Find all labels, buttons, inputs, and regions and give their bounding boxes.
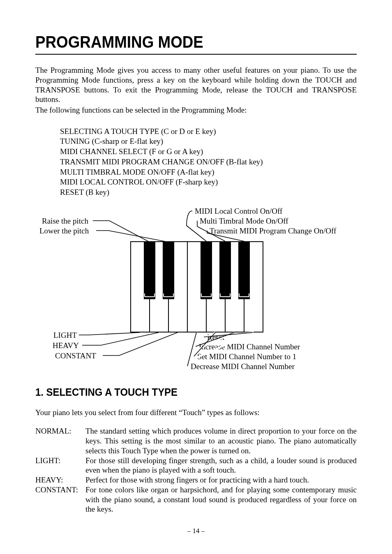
section-1-heading: 1. SELECTING A TOUCH TYPE (35, 386, 331, 399)
intro-paragraph: The Programming Mode gives you access to… (35, 65, 357, 104)
def-desc: The standard setting which produces volu… (85, 426, 357, 455)
def-row: CONSTANT: For tone colors like organ or … (35, 485, 357, 514)
functions-list: SELECTING A TOUCH TYPE (C or D or E key)… (60, 127, 357, 198)
function-item: TUNING (C-sharp or E-flat key) (60, 136, 357, 147)
keyboard-diagram: MIDI Local Control On/Off Multi Timbral … (35, 205, 357, 378)
page-number: – 14 – (0, 527, 392, 535)
intro-followup: The following functions can be selected … (35, 105, 357, 115)
def-row: NORMAL: The standard setting which produ… (35, 426, 357, 455)
def-term: HEAVY: (35, 475, 85, 485)
section-1-intro: Your piano lets you select from four dif… (35, 408, 357, 418)
def-row: HEAVY: Perfect for those with strong fin… (35, 475, 357, 485)
function-item: TRANSMIT MIDI PROGRAM CHANGE ON/OFF (B-f… (60, 157, 357, 167)
page-title: PROGRAMMING MODE (35, 33, 331, 51)
def-term: NORMAL: (35, 426, 85, 436)
touch-definitions: NORMAL: The standard setting which produ… (35, 426, 357, 514)
function-item: MIDI LOCAL CONTROL ON/OFF (F-sharp key) (60, 177, 357, 187)
function-item: MULTI TIMBRAL MODE ON/OFF (A-flat key) (60, 167, 357, 178)
leader-lines (35, 205, 357, 378)
def-desc: For tone colors like organ or harpsichor… (85, 485, 357, 514)
def-term: LIGHT: (35, 456, 85, 466)
def-term: CONSTANT: (35, 485, 85, 495)
title-rule (35, 54, 357, 55)
function-item: MIDI CHANNEL SELECT (F or G or A key) (60, 147, 357, 157)
def-desc: For those still developing finger streng… (85, 456, 357, 476)
def-desc: Perfect for those with strong fingers or… (85, 475, 357, 485)
function-item: RESET (B key) (60, 187, 357, 198)
function-item: SELECTING A TOUCH TYPE (C or D or E key) (60, 127, 357, 137)
def-row: LIGHT: For those still developing finger… (35, 456, 357, 476)
